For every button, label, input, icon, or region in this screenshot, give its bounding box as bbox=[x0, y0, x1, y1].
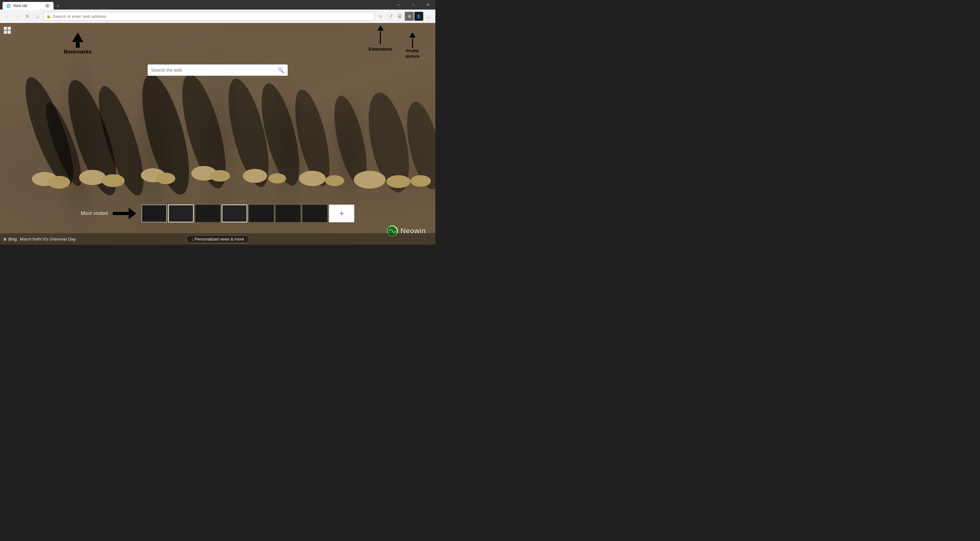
bing-icon: b bbox=[4, 237, 6, 242]
bottom-news-text: March forth! It's Grammar Day bbox=[20, 237, 76, 242]
minimize-button[interactable]: — bbox=[391, 0, 406, 10]
most-visited-tiles: + bbox=[142, 205, 355, 223]
bing-logo: b Bing bbox=[4, 237, 17, 242]
tab-title: New tab bbox=[13, 3, 27, 8]
most-visited-label: Most visited bbox=[81, 211, 108, 216]
favorites-star-button[interactable]: ☆ bbox=[376, 12, 385, 21]
notes-button[interactable]: 📝 bbox=[386, 12, 395, 21]
refresh-button[interactable]: ↻ bbox=[23, 12, 32, 21]
profile-button[interactable]: 👤 bbox=[414, 12, 423, 21]
home-button[interactable]: ⌂ bbox=[33, 12, 42, 21]
title-bar: 🌐 New tab ✕ + — □ ✕ bbox=[0, 0, 435, 10]
grid-cell-1 bbox=[4, 27, 7, 30]
tile-2[interactable] bbox=[168, 205, 194, 223]
tab-favicon: 🌐 bbox=[6, 4, 11, 8]
grid-icon[interactable] bbox=[4, 27, 11, 34]
close-button[interactable]: ✕ bbox=[421, 0, 435, 10]
forward-button[interactable]: › bbox=[13, 12, 22, 21]
bing-label: Bing bbox=[9, 237, 17, 242]
profile-icon: 👤 bbox=[417, 14, 421, 19]
most-visited-section: Most visited + bbox=[81, 205, 355, 223]
new-tab-page: Bookmarks Extensions Profilepicture 🔍 Mo… bbox=[0, 23, 435, 245]
add-tile-button[interactable]: + bbox=[329, 205, 355, 223]
grid-cell-4 bbox=[8, 30, 11, 34]
tile-7[interactable] bbox=[302, 205, 328, 223]
address-input[interactable] bbox=[53, 14, 372, 19]
tab-close-btn[interactable]: ✕ bbox=[45, 3, 50, 8]
settings-button[interactable]: … bbox=[424, 12, 433, 21]
lock-icon: 🔒 bbox=[46, 14, 51, 19]
bottom-bar: b Bing March forth! It's Grammar Day ↓ P… bbox=[0, 233, 435, 245]
tab-area: 🌐 New tab ✕ + bbox=[3, 0, 62, 10]
extensions-icon: ⊞ bbox=[408, 14, 411, 19]
search-button[interactable]: 🔍 bbox=[278, 67, 284, 73]
tile-1[interactable] bbox=[142, 205, 167, 223]
new-tab-button[interactable]: + bbox=[54, 3, 62, 10]
grid-cell-3 bbox=[4, 30, 7, 34]
address-input-wrapper[interactable]: 🔒 bbox=[43, 12, 375, 21]
search-icon: 🔍 bbox=[278, 68, 284, 73]
window-controls: — □ ✕ bbox=[391, 0, 435, 10]
tile-3[interactable] bbox=[195, 205, 221, 223]
search-box[interactable]: 🔍 bbox=[148, 64, 288, 76]
extensions-button[interactable]: ⊞ bbox=[405, 12, 414, 21]
toolbar-right: ☆ 📝 ☰ ⊞ 👤 … bbox=[376, 12, 433, 21]
tile-5[interactable] bbox=[248, 205, 274, 223]
maximize-button[interactable]: □ bbox=[406, 0, 421, 10]
grid-cell-2 bbox=[8, 27, 11, 30]
back-button[interactable]: ‹ bbox=[3, 12, 11, 21]
most-visited-arrow bbox=[113, 208, 137, 219]
arrow-shaft bbox=[113, 212, 129, 215]
address-bar-row: ‹ › ↻ ⌂ 🔒 ☆ 📝 ☰ ⊞ 👤 … bbox=[0, 10, 435, 23]
active-tab[interactable]: 🌐 New tab ✕ bbox=[3, 2, 54, 10]
personalized-news-button[interactable]: ↓ Personalized news & more bbox=[186, 235, 250, 243]
search-container: 🔍 bbox=[148, 64, 288, 76]
reading-list-button[interactable]: ☰ bbox=[395, 12, 404, 21]
tile-6[interactable] bbox=[275, 205, 301, 223]
search-input[interactable] bbox=[151, 68, 275, 73]
tile-4[interactable] bbox=[222, 205, 247, 223]
arrow-head bbox=[129, 208, 137, 219]
